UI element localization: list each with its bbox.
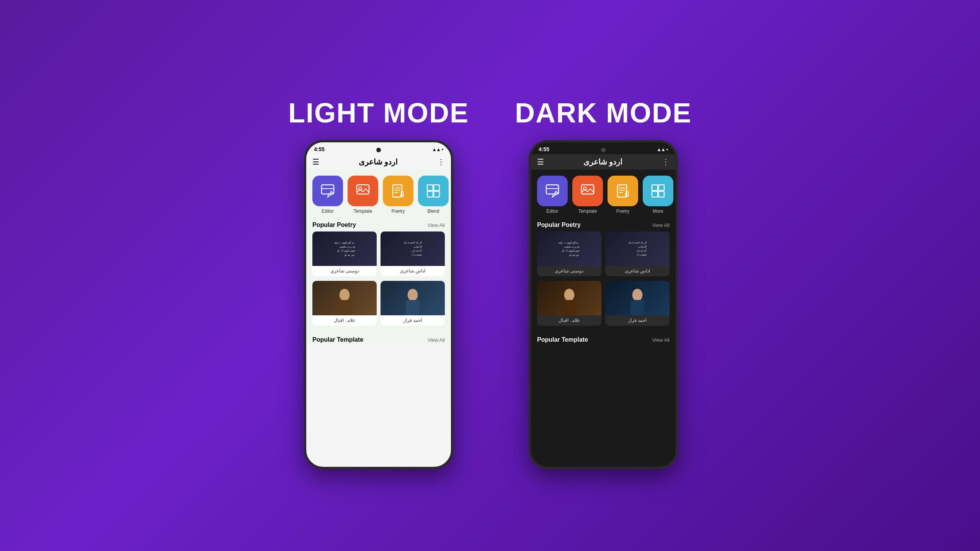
svg-rect-10 (434, 185, 439, 191)
wifi-icon: ▴ (433, 147, 436, 152)
light-popular-poetry-header: Popular Poetry View All (306, 217, 451, 231)
dark-poetry-cards-row1: ہم کو یاروں نے بڑیشہرت بخشیجون یاروں کے … (531, 231, 676, 281)
light-card-faraz-title: احمد فراز (381, 315, 445, 326)
editor-icon-bg (312, 176, 343, 206)
light-card-iqbal[interactable]: علامہ اقبال (312, 281, 377, 326)
dark-card-doosti-img: ہم کو یاروں نے بڑیشہرت بخشیجون یاروں کے … (537, 231, 601, 266)
light-popular-template-title: Popular Template (312, 336, 363, 343)
dark-signal-icon: ▴ (662, 147, 665, 152)
hamburger-icon[interactable]: ☰ (312, 157, 319, 166)
main-container: LIGHT MODE 4:55 ▴ ▴ ▪ ☰ اردو شاعری ⋮ (288, 82, 692, 469)
svg-rect-9 (427, 185, 433, 191)
dark-battery-icon: ▪ (666, 147, 668, 152)
svg-point-15 (341, 293, 348, 298)
dark-more-label: More (653, 209, 663, 214)
dark-card-iqbal-img (537, 281, 601, 315)
light-status-icons: ▴ ▴ ▪ (433, 147, 443, 152)
dark-editor-btn[interactable]: Editor (537, 176, 568, 214)
light-card-faraz[interactable]: احمد فراز (381, 281, 445, 326)
camera-notch (376, 148, 381, 152)
light-app-title: اردو شاعری (359, 157, 398, 166)
svg-rect-31 (658, 191, 664, 197)
dark-poetry-btn[interactable]: Poetry (608, 176, 638, 214)
light-card-doosti[interactable]: ہم کو یاروں نے بڑیشہرت بخشیجون یاروں کے … (312, 231, 377, 276)
light-action-grid: Editor Template (306, 170, 451, 217)
dark-status-icons: ▴ ▴ ▪ (658, 147, 668, 152)
editor-btn[interactable]: Editor (312, 176, 343, 214)
dark-camera-notch (601, 148, 606, 152)
blend-btn[interactable]: Blend (418, 176, 449, 214)
dark-template-btn[interactable]: Template (572, 176, 603, 214)
dark-card-iqbal[interactable]: علامہ اقبال (537, 281, 601, 326)
poetry-icon-bg (383, 176, 413, 206)
blend-label: Blend (428, 209, 439, 214)
light-card-iqbal-img (312, 281, 377, 315)
light-time: 4:55 (314, 146, 325, 152)
dark-mode-title: DARK MODE (515, 97, 692, 129)
svg-point-34 (566, 293, 573, 298)
dark-popular-template-title: Popular Template (537, 336, 588, 343)
light-card-doosti-title: دوستی شاعری (312, 266, 377, 276)
svg-rect-11 (427, 191, 433, 197)
dark-more-vert-icon[interactable]: ⋮ (662, 157, 670, 166)
svg-rect-28 (652, 185, 658, 191)
light-poetry-cards-row2: علامہ اقبال احمد فر (306, 281, 451, 330)
signal-icon: ▴ (437, 147, 440, 152)
dark-editor-icon-bg (537, 176, 568, 206)
dark-hamburger-icon[interactable]: ☰ (537, 157, 544, 166)
dark-wifi-icon: ▴ (658, 147, 660, 152)
dark-card-udas-title: اداس شاعری (605, 266, 670, 276)
light-toolbar: ☰ اردو شاعری ⋮ (306, 154, 451, 170)
dark-card-udas-text: کر یاد اسم جہاںکا صابآج تمہارےحساب آے (626, 239, 648, 259)
svg-rect-36 (630, 300, 644, 315)
light-card-udas-title: اداس شاعری (381, 266, 445, 276)
more-vert-icon[interactable]: ⋮ (437, 157, 445, 166)
template-label-light: Template (354, 209, 372, 214)
svg-rect-12 (434, 191, 439, 197)
light-card-iqbal-title: علامہ اقبال (312, 315, 377, 326)
dark-template-label: Template (578, 209, 597, 214)
svg-rect-33 (562, 300, 576, 315)
light-view-all-poetry[interactable]: View All (428, 222, 445, 228)
light-poetry-cards-row1: ہم کو یاروں نے بڑیشہرت بخشیجون یاروں کے … (306, 231, 451, 281)
dark-popular-template-header: Popular Template View All (531, 332, 676, 346)
light-card-udas-text: کر یاد اسم جہاںکا صابآج تمہارےحساب آے (402, 239, 423, 259)
dark-toolbar: ☰ اردو شاعری ⋮ (531, 154, 676, 170)
blend-icon-bg (418, 176, 449, 206)
svg-rect-30 (652, 191, 658, 197)
svg-rect-14 (338, 300, 351, 315)
dark-template-icon-bg (572, 176, 603, 206)
dark-mode-phone: 4:55 ▴ ▴ ▪ ☰ اردو شاعری ⋮ (529, 140, 678, 469)
svg-point-18 (409, 293, 416, 298)
poetry-btn-light[interactable]: Poetry (383, 176, 413, 214)
light-card-doosti-text: ہم کو یاروں نے بڑیشہرت بخشیجون یاروں کے … (332, 239, 357, 259)
light-mode-section: LIGHT MODE 4:55 ▴ ▴ ▪ ☰ اردو شاعری ⋮ (288, 97, 469, 469)
light-view-all-template[interactable]: View All (428, 337, 445, 343)
template-icon-bg (348, 176, 378, 206)
dark-card-doosti[interactable]: ہم کو یاروں نے بڑیشہرت بخشیجون یاروں کے … (537, 231, 601, 276)
dark-editor-label: Editor (546, 209, 558, 214)
dark-card-faraz-title: احمد فراز (605, 315, 670, 326)
svg-rect-29 (658, 185, 664, 191)
dark-poetry-label: Poetry (616, 209, 630, 214)
dark-card-udas[interactable]: کر یاد اسم جہاںکا صابآج تمہارےحساب آے اد… (605, 231, 670, 276)
svg-point-37 (634, 293, 641, 298)
dark-view-all-poetry[interactable]: View All (652, 222, 670, 228)
dark-more-btn[interactable]: More (643, 176, 673, 214)
dark-view-all-template[interactable]: View All (652, 337, 670, 343)
dark-more-icon-bg (643, 176, 673, 206)
light-card-udas[interactable]: کر یاد اسم جہاںکا صابآج تمہارےحساب آے اد… (381, 231, 445, 276)
dark-card-doosti-text: ہم کو یاروں نے بڑیشہرت بخشیجون یاروں کے … (557, 239, 581, 259)
light-popular-poetry-title: Popular Poetry (312, 222, 356, 228)
dark-popular-poetry-header: Popular Poetry View All (531, 217, 676, 231)
editor-label: Editor (322, 209, 333, 214)
dark-popular-poetry-title: Popular Poetry (537, 222, 581, 228)
light-card-faraz-img (381, 281, 445, 315)
dark-card-faraz[interactable]: احمد فراز (605, 281, 670, 326)
dark-content: Editor Template (531, 170, 676, 346)
svg-rect-17 (406, 300, 420, 315)
light-mode-phone: 4:55 ▴ ▴ ▪ ☰ اردو شاعری ⋮ (304, 140, 453, 469)
template-btn-light[interactable]: Template (348, 176, 378, 214)
light-card-udas-img: کر یاد اسم جہاںکا صابآج تمہارےحساب آے (381, 231, 445, 266)
dark-mode-section: DARK MODE 4:55 ▴ ▴ ▪ ☰ اردو شاعری ⋮ (515, 97, 692, 469)
